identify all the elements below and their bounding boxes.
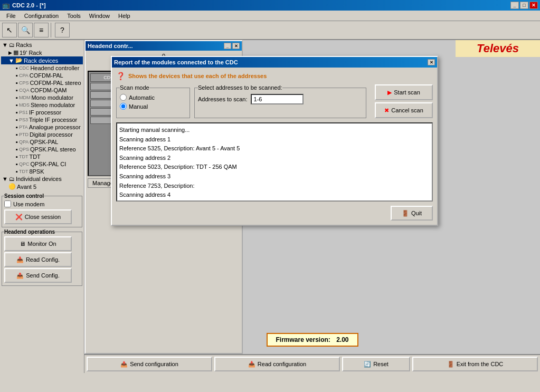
sidebar-label-racks: Racks [16, 42, 32, 48]
sidebar-item-avant5[interactable]: 🟡 Avant 5 [1, 183, 83, 190]
session-control-legend: Session control [4, 193, 44, 199]
cancel-scan-label: Cancel scan [391, 107, 423, 113]
sidebar-item-mono-mod[interactable]: ▪ MDM Mono modulator [1, 94, 83, 101]
headend-window-title: Headend contr... _ ✕ [86, 41, 242, 51]
sidebar-item-individual[interactable]: ▼ 🗂 Individual devices [1, 175, 83, 183]
sidebar-item-headend[interactable]: ▪ CDC Headend controller [1, 64, 83, 72]
dialog-subtitle: ❓ Shows the devices that use each of the… [116, 72, 433, 80]
individual-folder-icon: 🗂 [9, 176, 15, 182]
menu-help[interactable]: Help [114, 12, 135, 20]
sidebar-item-tdt[interactable]: ▪ TDT TDT [1, 153, 83, 160]
send-config-label: Send Config. [26, 272, 60, 279]
automatic-radio[interactable] [120, 94, 127, 101]
help-tool-button[interactable]: ? [55, 23, 70, 37]
dialog-title-text: Report of the modules connected to the C… [114, 59, 238, 65]
monitor-on-button[interactable]: 🖥 Monitor On [4, 236, 72, 251]
manual-radio[interactable] [120, 103, 127, 110]
menu-file[interactable]: File [2, 12, 20, 20]
19rack-expand-icon: ▶ [8, 50, 12, 55]
send-config-button[interactable]: 📤 Send Config. [4, 268, 72, 283]
log-line: Reference 5023, Description: TDT - 256 Q… [119, 162, 430, 172]
sidebar-item-qpsk-pal[interactable]: ▪ QPA QPSK-PAL [1, 138, 83, 146]
sidebar-item-qpsk-stereo[interactable]: ▪ QPS QPSK.PAL stereo [1, 146, 83, 153]
cancel-scan-button[interactable]: ✖ Cancel scan [375, 102, 433, 118]
minimize-button[interactable]: _ [510, 2, 519, 9]
sidebar-label-digital: Digital processor [30, 131, 73, 138]
close-session-icon: ❌ [15, 214, 23, 221]
sidebar-item-19rack[interactable]: ▶ ▦ 19' Rack [1, 49, 83, 56]
list-tool-button[interactable]: ≡ [34, 23, 49, 37]
sidebar-item-cofdm-pal-stereo[interactable]: ▪ CPS COFDM-PAL stereo [1, 79, 83, 87]
restore-button[interactable]: □ [520, 2, 528, 9]
sidebar-item-cofdm-pal[interactable]: ▪ CPA COFDM-PAL [1, 72, 83, 79]
exit-cdc-button[interactable]: 🚪 Exit from the CDC [412, 357, 538, 371]
sidebar-item-if-proc[interactable]: ▪ PS1 IF processor [1, 109, 83, 116]
search-tool-button[interactable]: 🔍 [18, 23, 33, 37]
firmware-box: Firmware version: 2.00 [266, 333, 358, 347]
exit-cdc-icon: 🚪 [447, 361, 454, 368]
session-control-panel: Session control Use modem ❌ Close sessio… [2, 193, 82, 227]
start-scan-icon: ▶ [387, 89, 392, 96]
question-icon: ❓ [116, 72, 125, 80]
dialog-body: ❓ Shows the devices that use each of the… [112, 68, 437, 225]
quit-button[interactable]: 🚪 Quit [391, 206, 433, 221]
send-configuration-button[interactable]: 📤 Send configuration [87, 357, 212, 371]
window-title: CDC 2.0 - [*] [12, 2, 46, 8]
read-config-button[interactable]: 📥 Read Config. [4, 252, 72, 267]
app-icon: 📺 [2, 2, 10, 9]
sidebar-item-cofdm-qam[interactable]: ▪ CQA COFDM-QAM [1, 87, 83, 94]
sidebar-item-racks[interactable]: ▼ 🗂 Racks [1, 41, 83, 49]
main-area: ▼ 🗂 Racks ▶ ▦ 19' Rack ▼ 📂 Rack devices … [0, 40, 540, 373]
cofdm-pal-icon: ▪ [16, 72, 18, 79]
qpsk-stereo-icon: ▪ [16, 146, 18, 152]
sidebar-label-cofdm-pal: COFDM-PAL [30, 72, 63, 79]
arrow-tool-button[interactable]: ↖ [2, 23, 17, 37]
read-configuration-button[interactable]: 📥 Read configuration [214, 357, 340, 371]
sidebar-label-cofdm-stereo: COFDM-PAL stereo [30, 80, 81, 86]
sidebar-label-if: IF processor [29, 109, 61, 116]
sidebar: ▼ 🗂 Racks ▶ ▦ 19' Rack ▼ 📂 Rack devices … [0, 40, 84, 373]
toolbar-separator [51, 23, 53, 37]
digital-icon: ▪ [16, 131, 18, 138]
cancel-scan-icon: ✖ [384, 107, 389, 114]
start-scan-button[interactable]: ▶ Start scan [375, 84, 433, 100]
cofdm-qam-icon: ▪ [16, 87, 18, 93]
reset-label: Reset [373, 361, 389, 367]
sidebar-label-analogue: Analogue processor [29, 124, 81, 130]
racks-expand-icon: ▼ [2, 42, 8, 48]
toolbar: ↖ 🔍 ≡ ? [0, 21, 540, 40]
headend-win-minimize[interactable]: _ [224, 43, 231, 49]
close-button[interactable]: ✕ [529, 2, 538, 9]
scan-dialog: Report of the modules connected to the C… [111, 56, 438, 226]
menu-tools[interactable]: Tools [63, 12, 85, 20]
title-bar-controls: _ □ ✕ [510, 2, 538, 9]
dialog-close-button[interactable]: ✕ [428, 59, 435, 65]
menu-configuration[interactable]: Configuration [20, 12, 63, 20]
qpsk-pal-icon: ▪ [16, 139, 18, 145]
sidebar-item-analogue[interactable]: ▪ PTA Analogue processor [1, 123, 83, 131]
sidebar-item-digital[interactable]: ▪ PTD Digital processor [1, 131, 83, 138]
19rack-icon: ▦ [13, 49, 18, 56]
use-modem-checkbox[interactable] [4, 200, 11, 207]
close-session-button[interactable]: ❌ Close session [4, 209, 72, 224]
sidebar-item-rack-devices[interactable]: ▼ 📂 Rack devices [1, 56, 83, 64]
manual-label: Manual [129, 103, 148, 110]
qpsk-ci-icon: ▪ [16, 161, 18, 167]
quit-icon: 🚪 [402, 210, 409, 217]
sidebar-label-avant5: Avant 5 [17, 184, 36, 190]
8psk-icon: ▪ [16, 168, 18, 175]
sidebar-item-qpsk-ci[interactable]: ▪ QPC QPSK-PAL CI [1, 160, 83, 168]
televes-logo-area: Televés [456, 40, 540, 57]
sidebar-item-stereo-mod[interactable]: ▪ MDS Stereo modulator [1, 101, 83, 109]
sidebar-item-8psk[interactable]: ▪ TDT 8PSK [1, 168, 83, 175]
reset-button[interactable]: 🔄 Reset [342, 357, 410, 371]
sidebar-item-triple-if[interactable]: ▪ PS3 Triple IF processor [1, 116, 83, 123]
read-config-bottom-icon: 📥 [248, 361, 255, 368]
addr-row: Addresses to scan: [198, 94, 363, 104]
headend-win-close[interactable]: ✕ [232, 43, 240, 49]
addr-input[interactable] [251, 94, 304, 104]
bottom-bar: 📤 Send configuration 📥 Read configuratio… [84, 354, 540, 373]
stereo-icon: ▪ [16, 102, 18, 108]
log-area: Starting manual scanning...Scanning addr… [116, 122, 433, 202]
menu-window[interactable]: Window [85, 12, 114, 20]
